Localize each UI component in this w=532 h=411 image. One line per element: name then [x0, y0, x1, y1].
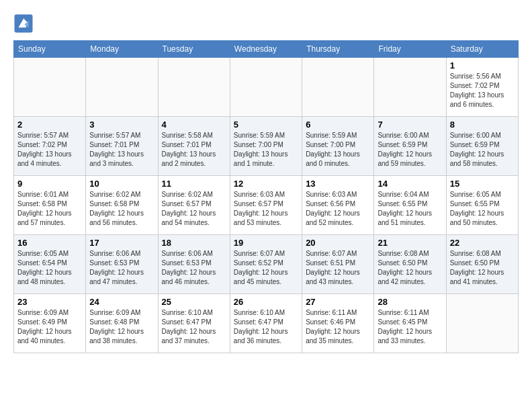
day-info: Sunrise: 5:59 AM Sunset: 7:00 PM Dayligh… — [306, 131, 370, 169]
day-info: Sunrise: 6:02 AM Sunset: 6:57 PM Dayligh… — [162, 190, 226, 228]
day-number: 28 — [378, 297, 442, 307]
day-info: Sunrise: 6:01 AM Sunset: 6:58 PM Dayligh… — [17, 190, 82, 228]
calendar-cell: 15Sunrise: 6:05 AM Sunset: 6:55 PM Dayli… — [446, 176, 518, 235]
calendar-cell: 1Sunrise: 5:56 AM Sunset: 7:02 PM Daylig… — [446, 58, 518, 117]
calendar-cell: 6Sunrise: 5:59 AM Sunset: 7:00 PM Daylig… — [302, 117, 374, 176]
calendar-cell: 26Sunrise: 6:10 AM Sunset: 6:47 PM Dayli… — [230, 294, 302, 353]
calendar-cell: 14Sunrise: 6:04 AM Sunset: 6:55 PM Dayli… — [374, 176, 446, 235]
day-number: 12 — [234, 179, 298, 189]
weekday-header-friday: Friday — [374, 41, 446, 58]
calendar-cell: 5Sunrise: 5:59 AM Sunset: 7:00 PM Daylig… — [230, 117, 302, 176]
calendar-cell — [158, 58, 230, 117]
day-number: 11 — [162, 179, 226, 189]
logo — [13, 13, 36, 34]
calendar-week-3: 9Sunrise: 6:01 AM Sunset: 6:58 PM Daylig… — [14, 176, 519, 235]
calendar-cell: 11Sunrise: 6:02 AM Sunset: 6:57 PM Dayli… — [158, 176, 230, 235]
calendar-cell: 27Sunrise: 6:11 AM Sunset: 6:46 PM Dayli… — [302, 294, 374, 353]
day-info: Sunrise: 5:57 AM Sunset: 7:02 PM Dayligh… — [17, 131, 82, 169]
calendar-cell: 8Sunrise: 6:00 AM Sunset: 6:59 PM Daylig… — [446, 117, 518, 176]
day-info: Sunrise: 6:11 AM Sunset: 6:45 PM Dayligh… — [378, 308, 442, 346]
calendar-week-5: 23Sunrise: 6:09 AM Sunset: 6:49 PM Dayli… — [14, 294, 519, 353]
day-info: Sunrise: 6:10 AM Sunset: 6:47 PM Dayligh… — [234, 308, 298, 346]
calendar-cell: 25Sunrise: 6:10 AM Sunset: 6:47 PM Dayli… — [158, 294, 230, 353]
calendar-week-2: 2Sunrise: 5:57 AM Sunset: 7:02 PM Daylig… — [14, 117, 519, 176]
day-info: Sunrise: 6:10 AM Sunset: 6:47 PM Dayligh… — [162, 308, 226, 346]
calendar-cell: 2Sunrise: 5:57 AM Sunset: 7:02 PM Daylig… — [14, 117, 86, 176]
calendar-week-4: 16Sunrise: 6:05 AM Sunset: 6:54 PM Dayli… — [14, 235, 519, 294]
weekday-header-wednesday: Wednesday — [230, 41, 302, 58]
day-info: Sunrise: 5:56 AM Sunset: 7:02 PM Dayligh… — [450, 72, 515, 109]
day-info: Sunrise: 5:58 AM Sunset: 7:01 PM Dayligh… — [162, 131, 226, 169]
calendar-cell — [302, 58, 374, 117]
day-number: 26 — [234, 297, 298, 307]
calendar-cell: 9Sunrise: 6:01 AM Sunset: 6:58 PM Daylig… — [14, 176, 86, 235]
calendar-cell: 3Sunrise: 5:57 AM Sunset: 7:01 PM Daylig… — [86, 117, 158, 176]
weekday-header-sunday: Sunday — [14, 41, 86, 58]
calendar-cell: 19Sunrise: 6:07 AM Sunset: 6:52 PM Dayli… — [230, 235, 302, 294]
day-number: 5 — [234, 120, 298, 130]
day-number: 25 — [162, 297, 226, 307]
day-info: Sunrise: 6:08 AM Sunset: 6:50 PM Dayligh… — [378, 249, 442, 287]
day-number: 13 — [306, 179, 370, 189]
day-number: 18 — [162, 238, 226, 248]
day-info: Sunrise: 6:00 AM Sunset: 6:59 PM Dayligh… — [450, 131, 515, 169]
calendar-cell: 16Sunrise: 6:05 AM Sunset: 6:54 PM Dayli… — [14, 235, 86, 294]
calendar-cell: 23Sunrise: 6:09 AM Sunset: 6:49 PM Dayli… — [14, 294, 86, 353]
day-info: Sunrise: 6:08 AM Sunset: 6:50 PM Dayligh… — [450, 249, 515, 287]
day-info: Sunrise: 6:07 AM Sunset: 6:52 PM Dayligh… — [234, 249, 298, 287]
calendar-cell: 7Sunrise: 6:00 AM Sunset: 6:59 PM Daylig… — [374, 117, 446, 176]
day-number: 6 — [306, 120, 370, 130]
calendar-cell: 13Sunrise: 6:03 AM Sunset: 6:56 PM Dayli… — [302, 176, 374, 235]
day-number: 23 — [17, 297, 82, 307]
day-number: 8 — [450, 120, 515, 130]
calendar-cell: 10Sunrise: 6:02 AM Sunset: 6:58 PM Dayli… — [86, 176, 158, 235]
calendar-header-row: SundayMondayTuesdayWednesdayThursdayFrid… — [14, 41, 519, 58]
day-info: Sunrise: 6:09 AM Sunset: 6:49 PM Dayligh… — [17, 308, 82, 346]
day-info: Sunrise: 6:07 AM Sunset: 6:51 PM Dayligh… — [306, 249, 370, 287]
day-number: 27 — [306, 297, 370, 307]
calendar-cell: 21Sunrise: 6:08 AM Sunset: 6:50 PM Dayli… — [374, 235, 446, 294]
calendar-cell — [374, 58, 446, 117]
calendar-cell: 18Sunrise: 6:06 AM Sunset: 6:53 PM Dayli… — [158, 235, 230, 294]
day-info: Sunrise: 5:57 AM Sunset: 7:01 PM Dayligh… — [89, 131, 154, 169]
day-info: Sunrise: 6:05 AM Sunset: 6:54 PM Dayligh… — [17, 249, 82, 287]
calendar-cell: 17Sunrise: 6:06 AM Sunset: 6:53 PM Dayli… — [86, 235, 158, 294]
day-number: 15 — [450, 179, 515, 189]
day-info: Sunrise: 6:03 AM Sunset: 6:56 PM Dayligh… — [306, 190, 370, 228]
day-number: 17 — [89, 238, 154, 248]
calendar-cell — [14, 58, 86, 117]
day-number: 2 — [17, 120, 82, 130]
page-header — [13, 13, 519, 34]
day-info: Sunrise: 5:59 AM Sunset: 7:00 PM Dayligh… — [234, 131, 298, 169]
calendar-table: SundayMondayTuesdayWednesdayThursdayFrid… — [13, 40, 519, 353]
day-number: 4 — [162, 120, 226, 130]
calendar-cell: 28Sunrise: 6:11 AM Sunset: 6:45 PM Dayli… — [374, 294, 446, 353]
day-info: Sunrise: 6:09 AM Sunset: 6:48 PM Dayligh… — [89, 308, 154, 346]
calendar-cell — [230, 58, 302, 117]
day-info: Sunrise: 6:11 AM Sunset: 6:46 PM Dayligh… — [306, 308, 370, 346]
day-number: 14 — [378, 179, 442, 189]
day-number: 20 — [306, 238, 370, 248]
weekday-header-saturday: Saturday — [446, 41, 518, 58]
day-info: Sunrise: 6:00 AM Sunset: 6:59 PM Dayligh… — [378, 131, 442, 169]
calendar-cell — [86, 58, 158, 117]
calendar-cell: 22Sunrise: 6:08 AM Sunset: 6:50 PM Dayli… — [446, 235, 518, 294]
day-info: Sunrise: 6:05 AM Sunset: 6:55 PM Dayligh… — [450, 190, 515, 228]
day-info: Sunrise: 6:04 AM Sunset: 6:55 PM Dayligh… — [378, 190, 442, 228]
day-number: 24 — [89, 297, 154, 307]
calendar-cell: 4Sunrise: 5:58 AM Sunset: 7:01 PM Daylig… — [158, 117, 230, 176]
day-number: 16 — [17, 238, 82, 248]
day-info: Sunrise: 6:06 AM Sunset: 6:53 PM Dayligh… — [162, 249, 226, 287]
day-number: 21 — [378, 238, 442, 248]
day-number: 22 — [450, 238, 515, 248]
day-number: 7 — [378, 120, 442, 130]
calendar-cell — [446, 294, 518, 353]
calendar-cell: 12Sunrise: 6:03 AM Sunset: 6:57 PM Dayli… — [230, 176, 302, 235]
day-number: 19 — [234, 238, 298, 248]
day-number: 10 — [89, 179, 154, 189]
weekday-header-thursday: Thursday — [302, 41, 374, 58]
day-info: Sunrise: 6:06 AM Sunset: 6:53 PM Dayligh… — [89, 249, 154, 287]
calendar-cell: 24Sunrise: 6:09 AM Sunset: 6:48 PM Dayli… — [86, 294, 158, 353]
weekday-header-tuesday: Tuesday — [158, 41, 230, 58]
calendar-cell: 20Sunrise: 6:07 AM Sunset: 6:51 PM Dayli… — [302, 235, 374, 294]
